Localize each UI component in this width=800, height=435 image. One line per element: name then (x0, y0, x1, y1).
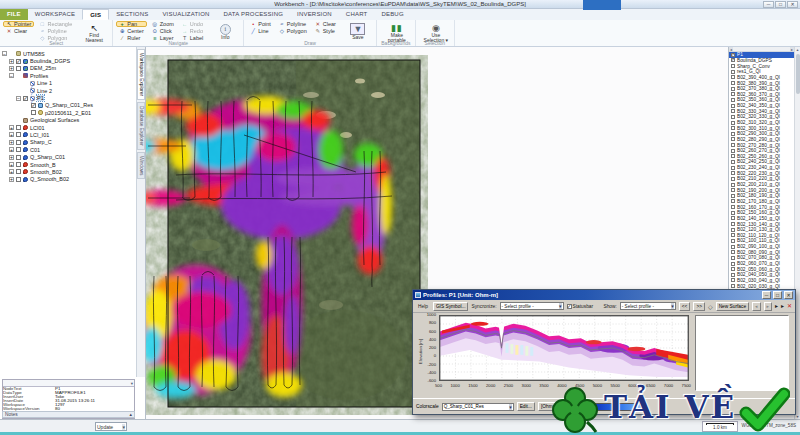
ribbon-button[interactable]: Pan (116, 21, 147, 27)
ribbon-button[interactable]: Polygon (276, 28, 310, 34)
tree-item[interactable]: Smooth_B (0, 161, 137, 168)
tree-item[interactable]: DEM_25m (0, 65, 137, 72)
layer-checkbox[interactable] (731, 222, 735, 226)
layer-checkbox[interactable] (731, 64, 735, 68)
pointer-tool-icon[interactable]: ▸ (775, 302, 778, 310)
tree-item[interactable]: Line 1 (0, 80, 137, 87)
layer-checkbox[interactable] (731, 149, 735, 153)
layer-checkbox[interactable] (731, 58, 735, 62)
profile-window-titlebar[interactable]: Profiles: P1 [Unit: Ohm-m] ─ □ ✕ (413, 290, 795, 300)
ribbon-tab[interactable]: VISUALIZATION (155, 9, 216, 20)
statusbar-toggle[interactable]: Statusbar (567, 304, 594, 309)
ribbon-button[interactable]: Click (149, 28, 177, 34)
layer-checkbox[interactable] (731, 273, 735, 277)
layer-checkbox[interactable] (731, 278, 735, 282)
layer-checkbox[interactable] (731, 154, 735, 158)
tree-expander-icon[interactable] (9, 169, 14, 174)
tree-item[interactable]: Sharp_C (0, 139, 137, 146)
layer-checkbox[interactable] (731, 53, 735, 57)
profile-close-button[interactable]: ✕ (784, 291, 793, 299)
tree-item[interactable]: UTM58S (0, 50, 137, 57)
ribbon-tab[interactable]: WORKSPACE (28, 9, 82, 20)
new-surface-button[interactable]: New Surface (716, 302, 749, 311)
layer-checkbox[interactable] (731, 233, 735, 237)
profile-back-button[interactable]: << (679, 302, 691, 311)
update-select[interactable]: Update (95, 422, 127, 431)
scroll-up-icon[interactable]: ▴ (796, 47, 798, 52)
layer-checkbox[interactable] (731, 137, 735, 141)
layer-checkbox[interactable] (731, 205, 735, 209)
tree-checkbox[interactable] (16, 169, 21, 174)
tree-checkbox[interactable] (16, 140, 21, 145)
tree-checkbox[interactable] (31, 110, 36, 115)
layer-checkbox[interactable] (731, 188, 735, 192)
layer-checkbox[interactable] (731, 267, 735, 271)
tree-item[interactable]: P1 (0, 94, 137, 101)
layer-checkbox[interactable] (731, 211, 735, 215)
tree-expander-icon[interactable] (9, 132, 14, 137)
ribbon-button[interactable]: Redo (179, 28, 206, 34)
tree-item[interactable]: Q_Sharp_C01_Res (0, 102, 137, 109)
tree-item[interactable]: LCI_I01 (0, 131, 137, 138)
ribbon-button[interactable]: Clear (312, 21, 339, 27)
resistivity-section-plot[interactable] (439, 315, 689, 381)
layer-checkbox[interactable] (731, 256, 735, 260)
layer-checkbox[interactable] (731, 121, 735, 125)
layer-checkbox[interactable] (731, 199, 735, 203)
tree-checkbox[interactable] (16, 59, 21, 64)
ribbon-tab[interactable]: GIS (82, 9, 109, 20)
layer-checkbox[interactable] (731, 239, 735, 243)
remove-icon[interactable]: ✕ (787, 302, 792, 310)
tree-checkbox[interactable] (16, 177, 21, 182)
ribbon-tab[interactable]: SECTIONS (109, 9, 155, 20)
ribbon-button[interactable]: Style (312, 28, 339, 34)
layer-checkbox[interactable] (731, 92, 735, 96)
tree-expander-icon[interactable] (16, 96, 21, 101)
layer-checkbox[interactable] (731, 177, 735, 181)
tree-checkbox[interactable] (16, 132, 21, 137)
layer-checkbox[interactable] (731, 194, 735, 198)
tree-expander-icon[interactable] (2, 51, 7, 56)
tree-expander-icon[interactable] (9, 155, 14, 160)
help-menu[interactable]: Help (416, 304, 430, 309)
collapse-icon[interactable]: ▴ (130, 412, 132, 417)
ribbon-button[interactable]: Rectangle (36, 21, 75, 27)
ribbon-button[interactable]: Line (247, 28, 274, 34)
layer-checkbox[interactable] (731, 262, 735, 266)
layer-checkbox[interactable] (731, 115, 735, 119)
layer-checkbox[interactable] (731, 87, 735, 91)
layer-checkbox[interactable] (731, 104, 735, 108)
tree-item[interactable]: Line 2 (0, 87, 137, 94)
ribbon-button[interactable]: Clear (3, 28, 34, 34)
tree-expander-icon[interactable] (9, 66, 14, 71)
tree-checkbox[interactable] (16, 155, 21, 160)
panel-side-tab[interactable]: Workspace Explorer (137, 49, 145, 100)
layer-checkbox[interactable] (731, 166, 735, 170)
node-tool-icon[interactable]: ▸ (781, 302, 784, 310)
ribbon-tab[interactable]: FILE (0, 9, 28, 20)
tree-item[interactable]: Smooth_B02 (0, 168, 137, 175)
tree-item[interactable]: LCI01 (0, 124, 137, 131)
panel-side-tab[interactable]: Windows (137, 152, 145, 179)
tree-expander-icon[interactable] (9, 147, 14, 152)
ribbon-big-button[interactable]: Save (343, 21, 373, 42)
layer-checkbox[interactable] (731, 143, 735, 147)
layer-checkbox[interactable] (731, 109, 735, 113)
ribbon-button[interactable]: Undo (179, 21, 206, 27)
minimize-button[interactable]: ─ (763, 1, 774, 8)
map-canvas[interactable] (146, 55, 428, 415)
tree-item[interactable]: Q_Sharp_C01 (0, 153, 137, 160)
tree-item[interactable]: C01 (0, 146, 137, 153)
layer-checkbox[interactable] (731, 171, 735, 175)
synchronize-profile-select[interactable]: - Select profile - (500, 302, 564, 310)
scrollbar-thumb[interactable] (796, 54, 800, 94)
tree-checkbox[interactable] (16, 162, 21, 167)
layer-checkbox[interactable] (731, 160, 735, 164)
ribbon-big-button[interactable]: Info (210, 21, 240, 42)
ribbon-button[interactable]: Center (116, 28, 147, 34)
next-surface-button[interactable]: ▸ (764, 302, 772, 311)
ribbon-button[interactable]: Pointer (3, 21, 34, 27)
tree-expander-icon[interactable] (9, 73, 14, 78)
layer-checkbox[interactable] (731, 132, 735, 136)
layer-checkbox[interactable] (731, 284, 735, 288)
